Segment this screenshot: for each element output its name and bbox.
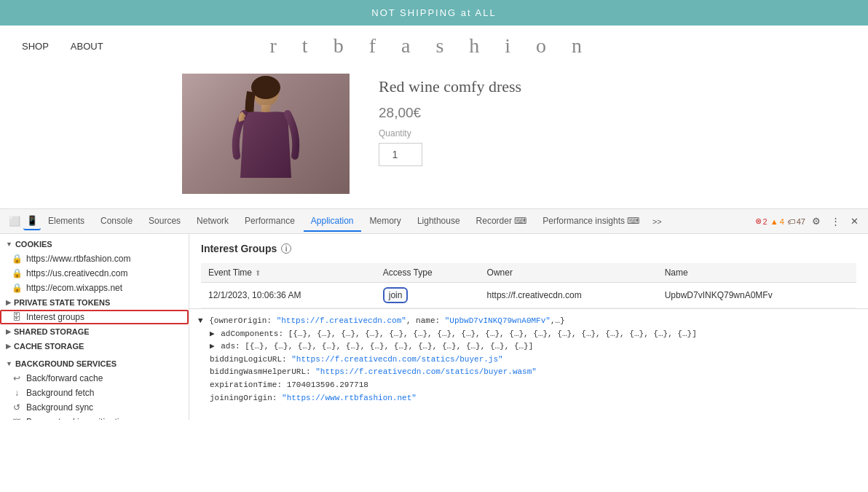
sidebar-section-shared-storage[interactable]: ▶ Shared storage — [0, 324, 189, 339]
more-tabs-button[interactable]: >> — [648, 213, 666, 230]
interest-groups-info-icon[interactable]: i — [281, 243, 291, 254]
warn-count: 4 — [780, 217, 784, 226]
devtools-toolbar: ⬜ 📱 Elements Console Sources Network Per… — [0, 209, 868, 234]
background-services-arrow-icon: ▼ — [6, 360, 12, 367]
more-options-icon[interactable]: ⋮ — [827, 214, 843, 230]
expand-arrow-1[interactable]: ▼ — [198, 316, 203, 325]
error-badge: ⊗ 2 — [755, 216, 768, 226]
background-fetch-icon: ↓ — [12, 388, 22, 398]
sidebar-item-background-sync[interactable]: ↺ Background sync — [0, 400, 189, 415]
lock-icon-2: 🔒 — [12, 268, 22, 278]
lock-icon-3: 🔒 — [12, 283, 22, 293]
sidebar-section-cache-storage[interactable]: ▶ Cache storage — [0, 339, 189, 354]
interest-groups-title: Interest Groups i — [201, 243, 856, 254]
product-quantity-label: Quantity — [379, 128, 521, 138]
nav-about[interactable]: ABOUT — [71, 41, 103, 52]
tab-performance[interactable]: Performance — [237, 211, 302, 232]
bounce-tracking-icon: 🛡 — [12, 417, 22, 420]
interest-groups-title-text: Interest Groups — [201, 243, 277, 254]
tab-network[interactable]: Network — [189, 211, 236, 232]
json-detail-panel: ▼ {ownerOrigin: "https://f.creativecdn.c… — [189, 308, 868, 403]
json-line-joining-origin: joiningOrigin: "https://www.rtbfashion.n… — [198, 392, 859, 403]
sidebar-item-cookie-creativecdn[interactable]: 🔒 https://us.creativecdn.com — [0, 266, 189, 281]
th-event-time[interactable]: Event Time ⬆ — [201, 263, 376, 283]
access-type-highlight-box: join — [383, 287, 409, 303]
tab-application[interactable]: Application — [304, 211, 361, 232]
expand-arrow-adcomp[interactable]: ▶ — [210, 329, 215, 338]
sidebar-item-background-sync-label: Background sync — [26, 402, 93, 413]
site-logo: r t b f a s h i o n — [103, 34, 759, 58]
th-access-type[interactable]: Access Type — [376, 263, 480, 283]
cookies-section-label: Cookies — [15, 240, 52, 249]
site-banner: NOT SHIPPING at ALL — [0, 0, 868, 26]
json-line-1: ▼ {ownerOrigin: "https://f.creativecdn.c… — [198, 315, 859, 328]
background-services-label: Background services — [15, 359, 117, 368]
product-quantity-input[interactable] — [379, 143, 422, 166]
sidebar-item-cookie-wixapps[interactable]: 🔒 https://ecom.wixapps.net — [0, 281, 189, 295]
table-row[interactable]: 12/1/2023, 10:06:36 AM join https://f.cr… — [201, 283, 856, 308]
td-access-type: join — [376, 283, 480, 308]
cache-storage-arrow-icon: ▶ — [6, 343, 11, 350]
table-header-row: Event Time ⬆ Access Type Owner — [201, 263, 856, 283]
banner-text: NOT SHIPPING at ALL — [371, 7, 496, 18]
json-line-adcomponents: ▶ adComponents: [{…}, {…}, {…}, {…}, {…}… — [198, 328, 859, 341]
devtools-device-icon[interactable]: 📱 — [23, 213, 41, 230]
error-icon: ⊗ — [755, 216, 762, 226]
sort-icon-event-time: ⬆ — [255, 269, 261, 277]
devtools-main-area: Interest Groups i Event Time ⬆ — [189, 234, 868, 420]
tab-elements[interactable]: Elements — [41, 211, 92, 232]
woman-silhouette — [226, 76, 306, 192]
shared-storage-label: Shared storage — [14, 327, 90, 336]
interest-groups-main: Interest Groups i Event Time ⬆ — [189, 234, 868, 308]
background-sync-icon: ↺ — [12, 402, 22, 413]
devtools-tabs: Elements Console Sources Network Perform… — [41, 211, 755, 232]
td-owner: https://f.creativecdn.com — [480, 283, 658, 308]
close-devtools-icon[interactable]: ✕ — [846, 214, 862, 230]
sidebar-item-cookie-rtbfashion[interactable]: 🔒 https://www.rtbfashion.com — [0, 251, 189, 266]
th-event-time-label: Event Time — [208, 268, 252, 278]
devtools-toolbar-right: ⊗ 2 ▲ 4 🏷 47 ⚙ ⋮ ✕ — [755, 214, 862, 230]
private-tokens-arrow-icon: ▶ — [6, 299, 11, 306]
shared-storage-arrow-icon: ▶ — [6, 328, 11, 335]
sidebar-item-cookie-creativecdn-label: https://us.creativecdn.com — [26, 268, 127, 278]
tab-lighthouse[interactable]: Lighthouse — [410, 211, 467, 232]
th-name[interactable]: Name — [658, 263, 856, 283]
json-line-bidding-logic: biddingLogicURL: "https://f.creativecdn.… — [198, 354, 859, 367]
devtools-sidebar: ▼ Cookies 🔒 https://www.rtbfashion.com 🔒… — [0, 234, 189, 420]
sidebar-item-bounce-tracking[interactable]: 🛡 Bounce tracking mitigations — [0, 415, 189, 420]
info-icon: 🏷 — [787, 217, 795, 226]
info-count: 47 — [797, 217, 805, 226]
json-line-ads: ▶ ads: [{…}, {…}, {…}, {…}, {…}, {…}, {…… — [198, 340, 859, 354]
sidebar-item-bounce-tracking-label: Bounce tracking mitigations — [26, 417, 133, 420]
sidebar-section-cookies[interactable]: ▼ Cookies — [0, 237, 189, 251]
td-name: UpbwD7vINKQ79wnA0MFv — [658, 283, 856, 308]
private-tokens-label: Private state tokens — [14, 298, 110, 307]
back-forward-icon: ↩ — [12, 373, 22, 383]
sidebar-item-back-forward-label: Back/forward cache — [26, 373, 103, 383]
td-event-time: 12/1/2023, 10:06:36 AM — [201, 283, 376, 308]
settings-icon[interactable]: ⚙ — [808, 214, 824, 230]
devtools-inspect-icon[interactable]: ⬜ — [6, 213, 23, 230]
database-icon: 🗄 — [12, 312, 22, 322]
product-image — [182, 74, 350, 194]
cache-storage-label: Cache storage — [14, 342, 84, 351]
product-title: Red wine comfy dress — [379, 77, 521, 96]
tab-performance-insights[interactable]: Performance insights ⌨ — [535, 211, 647, 232]
sidebar-item-interest-groups-label: Interest groups — [26, 312, 84, 322]
tab-memory[interactable]: Memory — [363, 211, 409, 232]
product-info: Red wine comfy dress 28,00€ Quantity — [379, 74, 521, 201]
tab-sources[interactable]: Sources — [141, 211, 188, 232]
expand-arrow-ads[interactable]: ▶ — [210, 342, 215, 351]
sidebar-item-background-fetch[interactable]: ↓ Background fetch — [0, 386, 189, 400]
sidebar-item-interest-groups[interactable]: 🗄 Interest groups — [0, 310, 189, 324]
tab-recorder[interactable]: Recorder ⌨ — [469, 211, 534, 232]
th-owner[interactable]: Owner — [480, 263, 658, 283]
nav-shop[interactable]: SHOP — [22, 41, 49, 52]
sidebar-item-back-forward-cache[interactable]: ↩ Back/forward cache — [0, 371, 189, 386]
sidebar-section-private-tokens[interactable]: ▶ Private state tokens — [0, 295, 189, 310]
error-count: 2 — [763, 217, 768, 226]
tab-console[interactable]: Console — [93, 211, 140, 232]
sidebar-item-background-fetch-label: Background fetch — [26, 388, 94, 398]
access-type-value: join — [389, 290, 403, 300]
sidebar-section-background-services[interactable]: ▼ Background services — [0, 356, 189, 371]
